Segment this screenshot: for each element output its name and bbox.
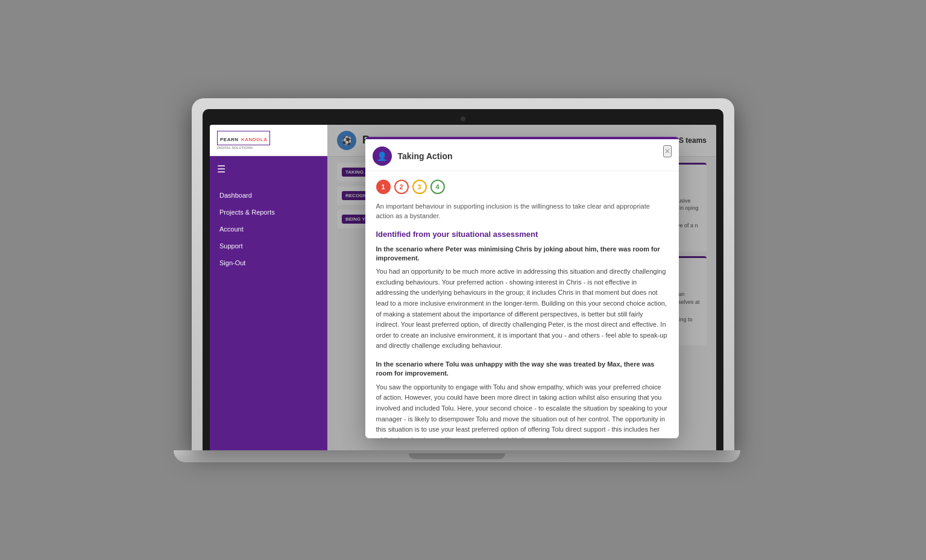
modal-header: 👤 Taking Action ×	[365, 139, 679, 171]
modal-badge-3: 3	[412, 180, 427, 194]
modal-title: Taking Action	[398, 151, 453, 161]
laptop-base	[174, 450, 740, 462]
logo-pearn: PEARN	[220, 137, 239, 142]
sidebar-item-account[interactable]: Account	[210, 221, 327, 238]
modal-scenario2-text: You saw the opportunity to engage with T…	[376, 382, 668, 438]
modal-badge-1: 1	[376, 180, 391, 194]
modal-intro-text: An important behaviour in supporting inc…	[376, 201, 668, 221]
logo-digital: DIGITAL SOLUTIONS	[217, 146, 320, 149]
modal-overlay: 👤 Taking Action × 1 2 3	[327, 125, 716, 450]
sidebar-nav: Dashboard Projects & Reports Account Sup…	[210, 182, 327, 450]
sidebar-item-dashboard[interactable]: Dashboard	[210, 187, 327, 204]
logo-box: PEARN KANDOLA	[217, 131, 270, 145]
modal-dialog: 👤 Taking Action × 1 2 3	[365, 137, 679, 438]
modal-close-button[interactable]: ×	[663, 145, 671, 157]
screen-bezel: PEARN KANDOLA DIGITAL SOLUTIONS ☰ Dashbo…	[203, 109, 723, 450]
hamburger-icon[interactable]: ☰	[210, 156, 327, 182]
main-content: ⚽ P PK:INDYNAMICS teams TAKING AC	[327, 125, 716, 450]
laptop-camera	[461, 116, 465, 121]
modal-score-badges: 1 2 3 4	[376, 180, 668, 194]
sidebar-item-projects-reports[interactable]: Projects & Reports	[210, 204, 327, 221]
laptop-shell: PEARN KANDOLA DIGITAL SOLUTIONS ☰ Dashbo…	[192, 98, 734, 450]
logo-kandola: KANDOLA	[241, 137, 268, 142]
laptop-hinge	[409, 453, 505, 459]
modal-badge-4: 4	[430, 180, 445, 194]
modal-scenario1-text: You had an opportunity to be much more a…	[376, 266, 668, 351]
app-container: PEARN KANDOLA DIGITAL SOLUTIONS ☰ Dashbo…	[210, 125, 716, 450]
sidebar: PEARN KANDOLA DIGITAL SOLUTIONS ☰ Dashbo…	[210, 125, 327, 450]
modal-scenario1-title: In the scenario where Peter was minimisi…	[376, 245, 668, 263]
modal-scenario2-title: In the scenario where Tolu was unhappy w…	[376, 360, 668, 379]
sidebar-logo: PEARN KANDOLA DIGITAL SOLUTIONS	[210, 125, 327, 156]
modal-identified-situational-title: Identified from your situational assessm…	[376, 230, 668, 239]
modal-icon: 👤	[373, 146, 392, 166]
modal-body: 1 2 3 4 An important behaviour in suppor…	[365, 171, 679, 438]
sidebar-item-support[interactable]: Support	[210, 238, 327, 254]
sidebar-item-sign-out[interactable]: Sign-Out	[210, 254, 327, 271]
modal-badge-2: 2	[394, 180, 409, 194]
laptop-screen: PEARN KANDOLA DIGITAL SOLUTIONS ☰ Dashbo…	[210, 125, 716, 450]
